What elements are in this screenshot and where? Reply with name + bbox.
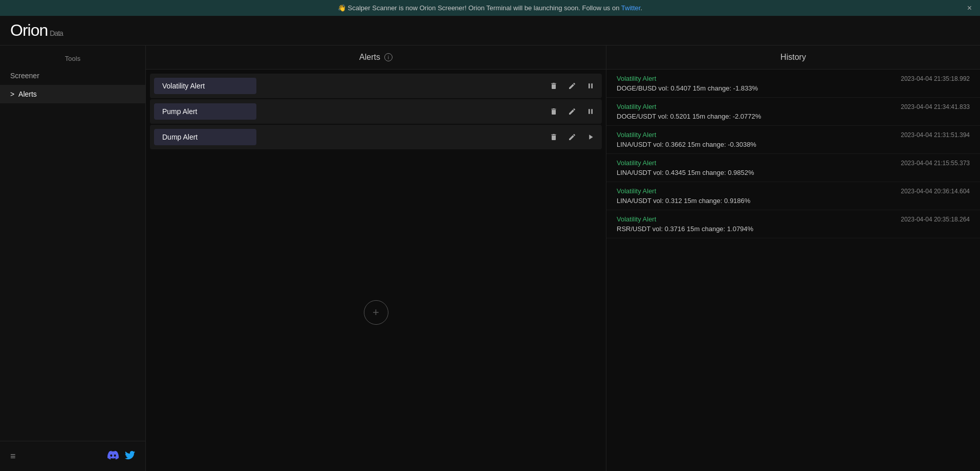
alert-row-volatility: Volatility Alert (150, 74, 602, 98)
history-alert-name: Volatility Alert (617, 75, 656, 82)
volatility-edit-button[interactable] (565, 79, 579, 93)
volatility-delete-button[interactable] (547, 79, 561, 93)
sidebar-item-alerts[interactable]: > Alerts (0, 85, 145, 103)
history-timestamp: 2023-04-04 21:35:18.992 (901, 75, 970, 82)
volatility-alert-actions (547, 79, 598, 93)
alerts-header: Alerts i (146, 46, 606, 70)
history-detail: LINA/USDT vol: 0.312 15m change: 0.9186% (617, 197, 970, 205)
main-layout: Tools Screener > Alerts ≡ (0, 46, 980, 471)
history-timestamp: 2023-04-04 21:31:51.394 (901, 131, 970, 139)
sidebar-alerts-label: Alerts (18, 90, 37, 98)
pump-alert-button[interactable]: Pump Alert (154, 103, 256, 120)
history-timestamp: 2023-04-04 20:36:14.604 (901, 188, 970, 195)
header: OrionData (0, 16, 980, 46)
history-detail: LINA/USDT vol: 0.4345 15m change: 0.9852… (617, 169, 970, 176)
sidebar-item-screener[interactable]: Screener (0, 66, 145, 85)
sidebar-screener-label: Screener (10, 72, 39, 80)
alerts-list: Volatility Alert (146, 70, 606, 153)
dump-alert-button[interactable]: Dump Alert (154, 129, 256, 145)
top-banner: 👋 Scalper Scanner is now Orion Screener!… (0, 0, 980, 16)
sidebar: Tools Screener > Alerts ≡ (0, 46, 146, 471)
banner-text: 👋 Scalper Scanner is now Orion Screener!… (338, 4, 642, 12)
history-entry-top: Volatility Alert 2023-04-04 20:36:14.604 (617, 187, 970, 195)
twitter-link[interactable]: Twitter (621, 4, 641, 12)
dump-delete-button[interactable] (547, 130, 561, 144)
history-timestamp: 2023-04-04 21:15:55.373 (901, 160, 970, 167)
history-alert-name: Volatility Alert (617, 215, 656, 223)
sidebar-social-icons (107, 450, 135, 463)
banner-close-button[interactable]: × (967, 4, 972, 13)
history-alert-name: Volatility Alert (617, 103, 656, 110)
logo-data: Data (50, 29, 63, 37)
alert-row-pump: Pump Alert (150, 99, 602, 124)
sidebar-bottom: ≡ (0, 441, 145, 471)
alerts-title: Alerts (359, 53, 380, 62)
history-entry: Volatility Alert 2023-04-04 21:15:55.373… (606, 154, 980, 182)
logo: OrionData (10, 21, 63, 40)
add-alert-button[interactable]: + (364, 300, 388, 325)
history-entry-top: Volatility Alert 2023-04-04 21:34:41.833 (617, 103, 970, 110)
discord-icon[interactable] (107, 450, 119, 463)
sidebar-tools-label: Tools (0, 51, 145, 66)
twitter-icon[interactable] (125, 450, 135, 463)
volatility-pause-button[interactable] (583, 79, 598, 93)
content-area: Alerts i Volatility Alert (146, 46, 980, 471)
history-alert-name: Volatility Alert (617, 131, 656, 139)
history-timestamp: 2023-04-04 21:34:41.833 (901, 103, 970, 110)
dump-edit-button[interactable] (565, 130, 579, 144)
dump-play-button[interactable] (583, 130, 598, 144)
history-detail: RSR/USDT vol: 0.3716 15m change: 1.0794% (617, 225, 970, 233)
sidebar-alerts-arrow: > (10, 90, 16, 98)
volatility-alert-button[interactable]: Volatility Alert (154, 78, 256, 94)
alert-row-dump: Dump Alert (150, 125, 602, 149)
pump-alert-actions (547, 104, 598, 119)
history-entry-top: Volatility Alert 2023-04-04 21:31:51.394 (617, 131, 970, 139)
history-entry-top: Volatility Alert 2023-04-04 20:35:18.264 (617, 215, 970, 223)
menu-icon[interactable]: ≡ (10, 451, 16, 462)
history-timestamp: 2023-04-04 20:35:18.264 (901, 216, 970, 223)
dump-alert-actions (547, 130, 598, 144)
history-entry: Volatility Alert 2023-04-04 21:34:41.833… (606, 98, 980, 126)
logo-orion: Orion (10, 21, 48, 39)
add-alert-area: + (146, 153, 606, 471)
history-panel: History Volatility Alert 2023-04-04 21:3… (606, 46, 980, 471)
history-entry: Volatility Alert 2023-04-04 20:35:18.264… (606, 210, 980, 238)
history-alert-name: Volatility Alert (617, 159, 656, 167)
pump-delete-button[interactable] (547, 104, 561, 119)
history-entry-top: Volatility Alert 2023-04-04 21:15:55.373 (617, 159, 970, 167)
history-detail: DOGE/USDT vol: 0.5201 15m change: -2.077… (617, 113, 970, 120)
history-alert-name: Volatility Alert (617, 187, 656, 195)
history-entry: Volatility Alert 2023-04-04 21:31:51.394… (606, 126, 980, 154)
history-detail: LINA/USDT vol: 0.3662 15m change: -0.303… (617, 141, 970, 148)
history-list[interactable]: Volatility Alert 2023-04-04 21:35:18.992… (606, 70, 980, 471)
history-entry: Volatility Alert 2023-04-04 20:36:14.604… (606, 182, 980, 210)
history-entry: Volatility Alert 2023-04-04 21:35:18.992… (606, 70, 980, 98)
alerts-info-icon[interactable]: i (384, 53, 393, 61)
pump-pause-button[interactable] (583, 104, 598, 119)
history-entry-top: Volatility Alert 2023-04-04 21:35:18.992 (617, 75, 970, 82)
pump-edit-button[interactable] (565, 104, 579, 119)
history-header: History (606, 46, 980, 70)
history-detail: DOGE/BUSD vol: 0.5407 15m change: -1.833… (617, 84, 970, 92)
add-icon: + (373, 307, 379, 318)
alerts-panel: Alerts i Volatility Alert (146, 46, 606, 471)
